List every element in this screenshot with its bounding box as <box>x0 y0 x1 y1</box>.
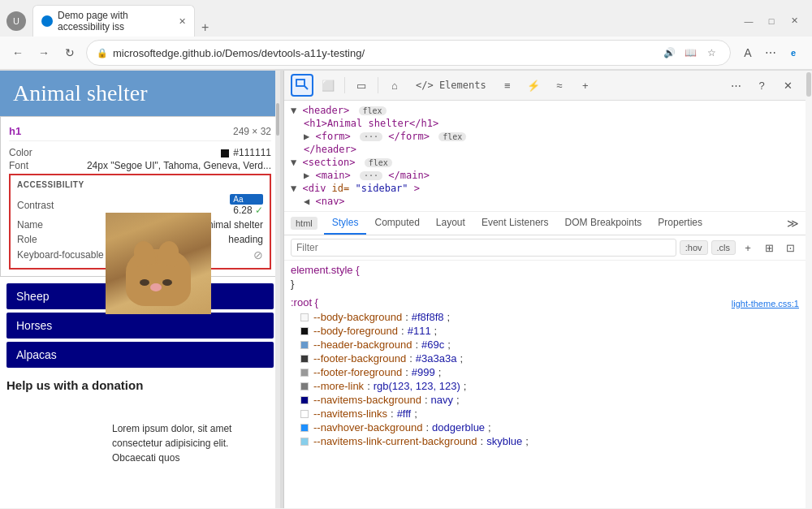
read-aloud-icon[interactable]: 🔊 <box>660 44 678 62</box>
tab-dom-breakpoints[interactable]: DOM Breakpoints <box>557 212 650 235</box>
immersive-reader-icon[interactable]: 📖 <box>681 44 699 62</box>
tab-favicon <box>41 15 53 27</box>
dom-line-header: ▼ <header> flex <box>291 104 799 117</box>
collections-icon[interactable]: A <box>737 42 758 63</box>
donation-section: Help us with a donation <box>0 377 280 400</box>
prop-body-fg: --body-foreground: #111; <box>291 324 799 338</box>
title-bar: U Demo page with accessibility iss ✕ + —… <box>0 0 812 37</box>
toggle-panel-button[interactable]: ▭ <box>350 74 373 97</box>
webpage-header: Animal shelter <box>0 71 280 116</box>
name-label: Name <box>17 219 43 231</box>
lock-icon: 🔒 <box>97 48 108 58</box>
footer-bg-swatch <box>300 355 309 363</box>
new-style-rule-button[interactable]: ⊞ <box>760 239 778 257</box>
dom-line-sidebar: ▼ <div id= "sidebar" > <box>291 182 799 195</box>
role-label: Role <box>17 234 37 245</box>
add-style-rule-button[interactable]: + <box>739 239 757 257</box>
contrast-badge: Aa <box>230 194 263 205</box>
add-favorite-icon[interactable]: ☆ <box>702 44 720 62</box>
devtools-scrollbar[interactable] <box>806 71 812 508</box>
tab-bar: Demo page with accessibility iss ✕ + <box>32 5 731 37</box>
header-bg-swatch <box>300 341 309 349</box>
inspect-element-button[interactable] <box>291 74 313 97</box>
contrast-label: Contrast <box>17 200 54 211</box>
tab-layout[interactable]: Layout <box>428 212 473 235</box>
elements-tab-button[interactable]: </> Elements <box>409 74 493 97</box>
device-emulation-button[interactable]: ⬜ <box>317 74 339 97</box>
style-source-link[interactable]: light-theme.css:1 <box>732 299 799 308</box>
dom-tree: ▼ <header> flex <h1>Animal shelter</h1> … <box>284 101 806 212</box>
network-icon[interactable]: ≡ <box>496 74 519 97</box>
tabs-more-button[interactable]: ≫ <box>787 217 799 230</box>
wifi-icon[interactable]: ≈ <box>548 74 571 97</box>
devtools-scrollbar-thumb <box>806 72 811 97</box>
tab-event-listeners[interactable]: Event Listeners <box>473 212 557 235</box>
html-badge: html <box>291 217 317 230</box>
filter-input[interactable] <box>291 239 676 257</box>
help-button[interactable]: ? <box>750 74 773 97</box>
toolbar-separator <box>344 77 345 93</box>
more-options-button[interactable]: ⋯ <box>724 74 747 97</box>
prop-navitems-links: --navitems-links: #fff; <box>291 407 799 421</box>
filter-bar: :hov .cls + ⊞ ⊡ <box>284 235 806 261</box>
back-button[interactable]: ← <box>8 43 28 63</box>
window-controls: — □ ✕ <box>737 11 806 31</box>
not-focusable-icon: ⊘ <box>253 248 263 261</box>
element-style-rule: element.style { } <box>291 264 799 290</box>
tabs-bar: html Styles Computed Layout Event Listen… <box>284 212 806 235</box>
body-fg-swatch <box>300 327 309 335</box>
inspect-icon <box>296 79 309 92</box>
settings-icon[interactable]: ⋯ <box>760 42 781 63</box>
url-text: microsoftedge.github.io/Demos/devtools-a… <box>113 47 365 59</box>
dom-line-close-header: </header> <box>291 143 799 156</box>
minimize-button[interactable]: — <box>737 11 760 31</box>
dom-line-section: ▼ <section> flex <box>291 156 799 169</box>
active-tab[interactable]: Demo page with accessibility iss ✕ <box>32 5 195 37</box>
tab-close-button[interactable]: ✕ <box>179 16 186 27</box>
prop-header-bg: --header-background: #69c; <box>291 338 799 352</box>
prop-footer-bg: --footer-background: #3a3a3a; <box>291 352 799 365</box>
cat-image <box>106 213 211 314</box>
element-style-selector: element.style { <box>291 264 799 276</box>
profile-icon[interactable]: U <box>6 11 26 31</box>
url-bar[interactable]: 🔒 microsoftedge.github.io/Demos/devtools… <box>86 40 731 66</box>
tab-styles[interactable]: Styles <box>324 212 367 235</box>
cls-button[interactable]: .cls <box>711 240 736 255</box>
nav-item-horses[interactable]: Horses <box>6 313 274 339</box>
role-value: heading <box>228 234 263 245</box>
close-devtools-button[interactable]: ✕ <box>776 74 799 97</box>
svg-rect-0 <box>296 80 304 86</box>
inspect-tag: h1 <box>9 125 21 137</box>
hov-button[interactable]: :hov <box>680 240 708 255</box>
home-button[interactable]: ⌂ <box>383 74 406 97</box>
body-bg-swatch <box>300 313 309 321</box>
tab-title: Demo page with accessibility iss <box>58 10 174 32</box>
add-panel-button[interactable]: + <box>574 74 597 97</box>
dom-line-nav: ◀ <nav> <box>291 195 799 208</box>
inspect-element-info: h1 249 × 32 <box>9 123 271 141</box>
tab-properties[interactable]: Properties <box>650 212 710 235</box>
tab-computed[interactable]: Computed <box>366 212 427 235</box>
browser-chrome: U Demo page with accessibility iss ✕ + —… <box>0 0 812 71</box>
close-window-button[interactable]: ✕ <box>783 11 806 31</box>
prop-navhover-bg: --navhover-background: dodgerblue; <box>291 421 799 434</box>
forward-button[interactable]: → <box>34 43 54 63</box>
edge-icon[interactable]: e <box>783 42 804 63</box>
inspect-dims: 249 × 32 <box>233 126 271 137</box>
svg-rect-1 <box>296 80 304 86</box>
more-link-swatch <box>300 382 309 390</box>
color-label: Color <box>9 147 32 158</box>
toggle-element-state-button[interactable]: ⊡ <box>781 239 799 257</box>
new-tab-button[interactable]: + <box>197 19 214 37</box>
webpage-scrollbar[interactable] <box>275 71 280 508</box>
root-selector: :root { <box>291 296 318 308</box>
devtools-panel: ⬜ ▭ ⌂ </> Elements ≡ ⚡ ≈ + ⋯ ? ✕ ▼ <head… <box>283 71 806 508</box>
dom-line-main: ▶ <main> ··· </main> <box>291 169 799 182</box>
nav-item-alpacas[interactable]: Alpacas <box>6 342 274 368</box>
more-tools-icon[interactable]: ⚡ <box>522 74 545 97</box>
contrast-check-icon: ✓ <box>255 205 263 216</box>
donation-text: Help us with a donation <box>6 377 274 394</box>
maximize-button[interactable]: □ <box>760 11 783 31</box>
refresh-button[interactable]: ↻ <box>60 43 80 63</box>
root-rule: :root { light-theme.css:1 --body-backgro… <box>291 296 799 448</box>
